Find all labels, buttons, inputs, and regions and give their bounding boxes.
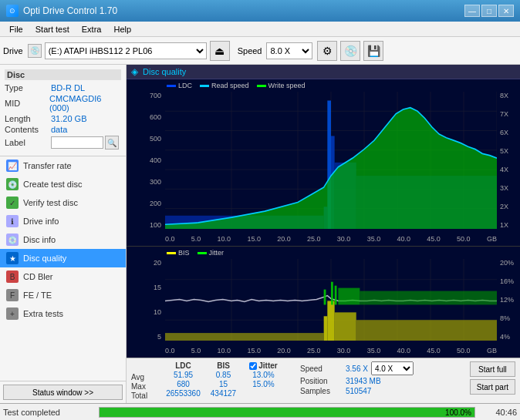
svg-rect-41: [360, 291, 497, 305]
bx-label-20: 20.0: [277, 347, 291, 354]
position-value: 31943 MB: [346, 377, 381, 385]
menu-file[interactable]: File: [3, 24, 29, 35]
sidebar-label-fe-te: FE / TE: [23, 291, 52, 300]
length-value: 31.20 GB: [51, 114, 86, 123]
app-title: Opti Drive Control 1.70: [23, 5, 464, 16]
ldc-header: LDC: [175, 361, 191, 370]
y-right-4x: 4X: [500, 166, 508, 173]
legend-jitter-label: Jitter: [209, 249, 225, 257]
sidebar-label-extra-tests: Extra tests: [23, 309, 63, 318]
bx-label-35: 35.0: [367, 347, 381, 354]
disc-info-icon: 💿: [6, 234, 19, 246]
sidebar-item-disc-quality[interactable]: ★ Disc quality: [0, 249, 126, 267]
sidebar-item-cd-bler[interactable]: B CD Bler: [0, 267, 126, 286]
disc-info-button[interactable]: 💿: [340, 41, 360, 61]
speed-value: 3.56 X: [346, 365, 368, 373]
y-right-5x: 5X: [500, 147, 508, 155]
legend-read-speed: Read speed: [200, 82, 249, 89]
sidebar-label-disc-info: Disc info: [23, 235, 56, 244]
disc-section-title: Disc: [5, 69, 121, 80]
speed-select[interactable]: 8.0 X: [266, 42, 312, 59]
sidebar-item-extra-tests[interactable]: + Extra tests: [0, 304, 126, 323]
x-label-35: 35.0: [367, 235, 381, 243]
by-right-16p: 16%: [500, 277, 514, 285]
speed-label: Speed: [300, 365, 343, 373]
panel-title-text: Disc quality: [143, 67, 186, 76]
progress-text: 100.0%: [445, 408, 471, 418]
progress-bar-fill: [100, 408, 474, 417]
save-button[interactable]: 💾: [363, 41, 383, 61]
sidebar-label-create-test-disc: Create test disc: [23, 180, 82, 189]
sidebar-item-verify-test-disc[interactable]: ✓ Verify test disc: [0, 193, 126, 212]
label-icon-btn[interactable]: 🔍: [105, 136, 119, 150]
y-right-3x: 3X: [500, 184, 508, 192]
y-label-200: 200: [150, 200, 161, 207]
label-input[interactable]: [51, 136, 103, 149]
menu-start-test[interactable]: Start test: [29, 24, 76, 35]
top-chart-area: [165, 92, 497, 229]
settings-button[interactable]: ⚙: [317, 41, 337, 61]
contents-label: Contents: [5, 125, 51, 134]
svg-rect-39: [335, 286, 337, 305]
position-label: Position: [300, 377, 343, 385]
status-window-btn[interactable]: Status window >>: [3, 385, 123, 400]
drive-select[interactable]: (E:) ATAPI iHBS112 2 PL06: [45, 42, 207, 59]
menu-extra[interactable]: Extra: [76, 24, 108, 35]
max-bis: 15: [219, 380, 228, 388]
close-button[interactable]: ✕: [498, 5, 514, 17]
length-label: Length: [5, 114, 51, 123]
y-label-100: 100: [150, 221, 161, 229]
x-label-45: 45.0: [427, 235, 441, 243]
menu-help[interactable]: Help: [107, 24, 137, 35]
by-label-10: 10: [154, 308, 161, 316]
start-part-button[interactable]: Start part: [470, 379, 515, 395]
minimize-button[interactable]: —: [464, 5, 480, 17]
y-label-600: 600: [150, 113, 161, 121]
maximize-button[interactable]: □: [481, 5, 497, 17]
bx-label-15: 15.0: [247, 347, 261, 354]
bottom-chart-y-right-labels: 20% 16% 12% 8% 4%: [498, 259, 518, 341]
sidebar-item-drive-info[interactable]: ℹ Drive info: [0, 212, 126, 230]
sidebar-label-verify-test-disc: Verify test disc: [23, 198, 78, 207]
total-label: Total: [131, 391, 160, 400]
by-right-8p: 8%: [500, 314, 510, 322]
bottom-chart-x-labels: 0.0 5.0 10.0 15.0 20.0 25.0 30.0 35.0 40…: [165, 347, 497, 354]
sidebar: Disc Type BD-R DL MID CMCMAGDI6 (000) Le…: [0, 65, 127, 403]
window-controls: — □ ✕: [464, 5, 514, 17]
bottom-controls-panel: Avg Max Total LDC 51.95 680 26553360 BIS…: [127, 358, 520, 403]
x-label-50: 50.0: [457, 235, 471, 243]
sidebar-item-disc-info[interactable]: 💿 Disc info: [0, 230, 126, 249]
jitter-checkbox[interactable]: [249, 362, 257, 370]
mid-value: CMCMAGDI6 (000): [49, 94, 121, 113]
max-ldc: 680: [177, 380, 190, 388]
svg-rect-37: [324, 290, 326, 305]
eject-button[interactable]: ⏏: [210, 41, 230, 61]
sidebar-label-drive-info: Drive info: [23, 217, 59, 226]
sidebar-item-create-test-disc[interactable]: 💿 Create test disc: [0, 175, 126, 193]
quality-speed-select[interactable]: 4.0 X: [371, 361, 414, 375]
samples-value: 510547: [346, 387, 371, 395]
label-key: Label: [5, 138, 51, 147]
y-right-2x: 2X: [500, 203, 508, 210]
legend-bis-color: [167, 252, 176, 254]
top-chart-legend: LDC Read speed Write speed: [167, 82, 305, 89]
sidebar-item-fe-te[interactable]: F FE / TE: [0, 286, 126, 304]
sidebar-item-transfer-rate[interactable]: 📈 Transfer rate: [0, 156, 126, 175]
bx-label-10: 10.0: [218, 347, 231, 354]
bx-label-30: 30.0: [337, 347, 351, 354]
legend-ldc: LDC: [167, 82, 192, 89]
app-icon: ⊙: [6, 5, 19, 17]
bottom-chart-svg: [165, 259, 497, 341]
contents-value: data: [51, 125, 67, 134]
legend-read-color: [200, 85, 209, 87]
y-label-400: 400: [150, 156, 161, 164]
x-label-20: 20.0: [277, 235, 291, 243]
by-label-20: 20: [154, 259, 161, 267]
start-full-button[interactable]: Start full: [470, 361, 515, 377]
bx-label-40: 40.0: [397, 347, 410, 354]
bx-label-50: 50.0: [457, 347, 471, 354]
legend-write-speed: Write speed: [257, 82, 306, 89]
legend-bis-label: BIS: [178, 249, 190, 257]
svg-rect-35: [335, 312, 356, 341]
disc-quality-icon: ★: [6, 252, 19, 264]
